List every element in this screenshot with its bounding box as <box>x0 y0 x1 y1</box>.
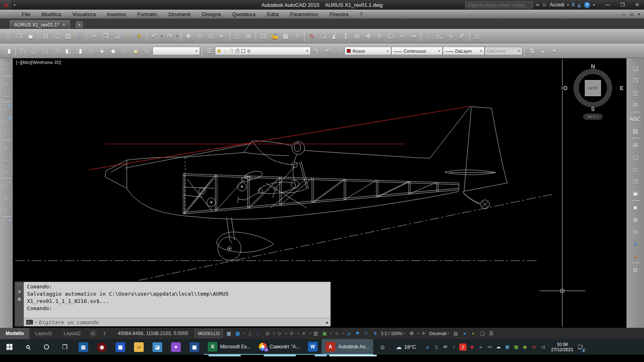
linetype-dropdown[interactable]: —— Continuous ∨ <box>391 47 443 55</box>
menu-item[interactable]: Strumenti <box>163 10 196 19</box>
named-views-button[interactable]: ◎ <box>141 45 153 57</box>
ucs-rotate-x-button[interactable]: ∟X <box>1 179 12 191</box>
open-button[interactable]: ❒ <box>14 31 25 42</box>
ucs-rotate-z-button[interactable]: ∟Z <box>1 204 12 216</box>
ucs-rotate-y-button[interactable]: ∟Y <box>1 191 12 204</box>
quickcalc-button[interactable]: ▦ <box>280 31 291 42</box>
viewcube-west[interactable]: O <box>563 85 568 91</box>
your-phone-icon[interactable]: ▯ <box>433 343 440 351</box>
menu-item[interactable]: Formato <box>132 10 162 19</box>
cortana-button[interactable] <box>37 339 56 355</box>
mirror-button[interactable]: ◭ <box>329 31 340 42</box>
spline-button[interactable]: ∿ <box>445 31 456 42</box>
units-button[interactable]: Decimali <box>429 331 446 336</box>
ucs-apply-button[interactable]: ∟⊞ <box>1 218 12 230</box>
cut-button[interactable]: ✂ <box>89 31 100 42</box>
autodesk360-icon[interactable]: ◭ <box>578 2 581 8</box>
help-icon[interactable]: ? <box>584 2 590 8</box>
menu-item[interactable]: Quotatura <box>227 10 261 19</box>
annotation-scale-button[interactable]: 1:1 / 100% <box>381 331 402 336</box>
text-to-front-button[interactable]: ABC <box>630 113 641 125</box>
file-tab-close-icon[interactable]: ✕ <box>62 23 65 27</box>
command-input-row[interactable]: >_ ▾ Digitare un comando ▲ <box>24 318 330 326</box>
start-button[interactable] <box>0 339 19 355</box>
edge-icon[interactable]: e <box>424 343 431 351</box>
action-center-button[interactable]: ❏ 2 <box>573 339 587 355</box>
command-close-icon[interactable]: ✕ <box>17 289 21 294</box>
menu-item[interactable]: Finestra <box>324 10 354 19</box>
view-left-button[interactable]: ◲ <box>40 45 51 57</box>
save-button[interactable]: ▣ <box>25 31 36 42</box>
annotation-visibility-toggle[interactable]: ⚑ <box>353 329 361 338</box>
hatch-to-back-button[interactable]: ▨ <box>630 125 641 137</box>
properties-launcher-button[interactable]: ◨ <box>2 45 14 57</box>
view-bottom-button[interactable]: ◱ <box>29 45 40 57</box>
task-view-button[interactable]: ❐ <box>56 339 74 355</box>
plot-preview-button[interactable]: ◱ <box>51 31 62 42</box>
selection-cycling-toggle[interactable]: ▣ <box>320 329 328 338</box>
view-right-button[interactable]: ◳ <box>51 45 62 57</box>
scale-button[interactable]: ◱ <box>385 31 396 42</box>
search-binoculars-icon[interactable]: ∞ <box>536 2 539 8</box>
pan-button[interactable]: ✥ <box>183 31 194 42</box>
graphics-performance-button[interactable]: ● <box>460 329 469 338</box>
calendar-badge-icon[interactable]: 2 <box>459 343 466 351</box>
transparency-toggle[interactable]: ▨ <box>312 329 320 338</box>
send-to-back-button[interactable]: ❐ <box>630 75 641 87</box>
trim-button[interactable]: ✁ <box>396 31 408 42</box>
isolate-objects-button[interactable]: ◐ <box>469 329 477 338</box>
view-top-button[interactable]: ◰ <box>17 45 29 57</box>
bring-to-front-button[interactable]: ❏ <box>630 63 641 75</box>
zoom-previous-button[interactable]: ↩ <box>217 31 228 42</box>
clean-screen-button[interactable]: ❑ <box>478 329 486 338</box>
menu-item[interactable]: Modifica <box>36 10 66 19</box>
units-caret-icon[interactable]: ▾ <box>448 332 449 335</box>
view-back-button[interactable]: ◨ <box>74 45 85 57</box>
model-space-button[interactable]: MODELLO <box>194 329 223 338</box>
dynamic-ucs-toggle[interactable]: ⊿ <box>345 329 353 338</box>
quick-access-caret-icon[interactable]: ▾ <box>14 3 21 7</box>
polygonal-viewport-button[interactable]: ◻ <box>630 163 641 175</box>
color-dropdown[interactable]: Rosso ∨ <box>345 47 391 55</box>
paint-app-button[interactable]: ✦ <box>167 339 185 355</box>
properties-palette-button[interactable]: ◫ <box>231 31 243 42</box>
viewcube-north[interactable]: N <box>569 63 617 70</box>
view-front-button[interactable]: ◧ <box>62 45 74 57</box>
command-window-grip[interactable] <box>17 284 22 286</box>
ucs-view-button[interactable]: ∟▭ <box>1 127 12 139</box>
layer-properties-manager-button[interactable]: ☰ <box>204 45 215 57</box>
pc-app-icon[interactable]: ▦ <box>504 343 511 351</box>
redo-button[interactable]: ↷ <box>164 31 175 42</box>
blocked-app-icon[interactable]: ⊘ <box>530 343 537 351</box>
clip-viewport-button[interactable]: ▣ <box>630 187 641 200</box>
lineweight-toggle[interactable]: ≡ <box>299 329 308 338</box>
copy-object-button[interactable]: ❏ <box>318 31 329 42</box>
weather-widget[interactable]: ☁ 18°C <box>392 343 420 351</box>
customization-menu-button[interactable]: ☰ <box>487 329 495 338</box>
people-button[interactable]: ☺ <box>373 339 392 355</box>
taskbar-app-browser[interactable]: А Самолёт "А... <box>255 339 304 355</box>
tab-layout2[interactable]: Layout2 <box>58 328 87 339</box>
send-under-button[interactable]: ⊟ <box>630 99 641 111</box>
rotate-button[interactable]: ↻ <box>374 31 385 42</box>
publish-button[interactable]: ▥ <box>62 31 74 42</box>
array-button[interactable]: ⊞ <box>351 31 363 42</box>
ucs-zaxis-button[interactable]: ∟Z <box>1 153 12 165</box>
paint-order-alt-button[interactable]: ◓ <box>549 45 560 57</box>
maximize-button[interactable]: ❐ <box>620 2 625 8</box>
etransmit-button[interactable]: ☉ <box>74 31 85 42</box>
object-snap-toggle[interactable]: ✛ <box>287 329 295 338</box>
annotation-lightning-toggle[interactable]: ↯ <box>371 329 379 338</box>
menu-item[interactable]: Parametrico <box>285 10 324 19</box>
zoom-realtime-button[interactable]: ◷ <box>194 31 205 42</box>
doc-close-button[interactable]: ✕ <box>638 12 641 16</box>
single-viewport-button[interactable]: ▢ <box>630 151 641 163</box>
isodraft-toggle[interactable]: ◇ <box>275 329 283 338</box>
view-sw-iso-button[interactable]: ◇ <box>85 45 96 57</box>
defender-icon[interactable]: ✓ <box>450 343 458 351</box>
block-editor-button[interactable]: ↯ <box>134 31 145 42</box>
signin-caret-icon[interactable]: ▾ <box>567 3 569 7</box>
battery-icon[interactable]: ▭ <box>486 343 493 351</box>
snap-toggle[interactable]: ▦ <box>233 329 242 338</box>
viewcube[interactable]: N O S E ALTO WCS ▾ <box>569 63 617 123</box>
